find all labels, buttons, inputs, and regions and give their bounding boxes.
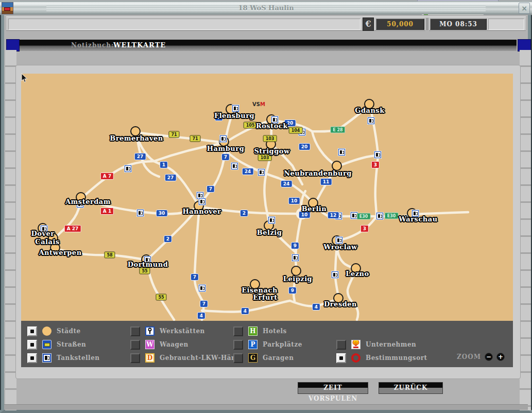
zoom-control: ZOOM − + — [457, 353, 505, 361]
zoom-label: ZOOM — [457, 353, 481, 360]
game-window: € 50,000 MO 08:53 Notizbuch: WELTKARTE 7… — [0, 15, 532, 413]
fuel-station-icon — [331, 271, 339, 279]
notebook-label: Notizbuch: — [71, 42, 114, 49]
city-label: Lezno — [346, 270, 369, 278]
city-label: Leipzig — [283, 275, 312, 283]
garagen-checkbox[interactable] — [233, 353, 243, 363]
road-sign: 24 — [242, 168, 254, 175]
tankstellen-checkbox[interactable] — [27, 353, 37, 363]
fuel-station-icon — [219, 135, 227, 143]
road-sign: 2 — [240, 210, 248, 217]
city-label: Belzig — [257, 229, 282, 236]
shell-logo-icon — [351, 340, 361, 349]
city-label: Eisenach — [242, 286, 278, 294]
road-sign: 104 — [289, 127, 303, 134]
road-sign: E30 — [385, 213, 399, 219]
road-sign: 9 — [288, 287, 297, 294]
road-sign: 7 — [200, 300, 208, 307]
road-sign: 2 — [164, 235, 172, 243]
zoom-in-button[interactable]: + — [496, 353, 505, 361]
werkstaetten-checkbox[interactable] — [130, 326, 140, 336]
road-sign: 7 — [191, 273, 199, 281]
world-map[interactable]: 7202072424112712773021010122977449471711… — [21, 74, 513, 321]
city-label: Warschau — [399, 215, 437, 223]
road-sign: A 7 — [100, 173, 114, 180]
parking-icon: P — [248, 340, 258, 349]
city-label: Flensburg — [214, 112, 254, 119]
currency-icon: € — [363, 18, 374, 31]
city-label: Rostock — [256, 122, 288, 130]
zoom-out-button[interactable]: − — [485, 353, 493, 361]
city-label: Neubrandenburg — [284, 169, 352, 177]
legend-item-strassen: Straßen — [27, 338, 86, 351]
fast-forward-time-button[interactable]: ZEIT VORSPULEN — [298, 382, 368, 394]
bottom-bar — [4, 404, 528, 410]
fuel-station-icon — [136, 209, 144, 217]
city-label: Wroclaw — [323, 243, 357, 251]
header-bar: Notizbuch: WELTKARTE — [20, 40, 517, 51]
staedte-checkbox[interactable] — [27, 326, 37, 336]
road-sign: 103 — [258, 154, 272, 161]
hud-strip: € 50,000 MO 08:53 — [6, 16, 526, 31]
city-label: Dresden — [324, 300, 357, 308]
strassen-checkbox[interactable] — [27, 340, 37, 350]
hud-separator — [425, 18, 429, 31]
fuel-station-icon — [124, 165, 132, 173]
hud-panel-right — [488, 19, 524, 30]
legend-item-gebraucht-lkw: D Gebraucht-LKW-Hän — [130, 351, 236, 365]
road-sign-icon — [42, 340, 52, 349]
road-sign: 10 — [288, 197, 300, 204]
city-icon — [42, 326, 52, 336]
road-sign: 30 — [156, 210, 168, 217]
fuel-station-icon — [258, 168, 265, 176]
fuel-station-icon — [198, 284, 206, 292]
legend-item-hotels: H Hotels — [233, 324, 287, 338]
dealer-icon: D — [145, 353, 155, 363]
map-legend: Städte Straßen Tankstellen — [21, 321, 513, 367]
cursor-label: VSM — [252, 101, 265, 107]
money-display: 50,000 — [376, 19, 424, 30]
road-sign: 4 — [241, 307, 249, 315]
back-button[interactable]: ZURÜCK — [379, 382, 443, 394]
road-sign: 11 — [320, 178, 332, 185]
city-label: Dortmund — [128, 261, 168, 268]
road-sign: A 1 — [100, 208, 114, 215]
road-sign: 27 — [165, 174, 177, 181]
notebook-rail-right — [520, 50, 531, 410]
page-title: WELTKARTE — [113, 41, 166, 49]
city-label: Berlin — [302, 205, 327, 213]
road-sign: 3 — [371, 161, 380, 168]
legend-item-bestimmungsort: Bestimmungsort — [336, 351, 427, 365]
window-title: 18 WoS Haulin — [0, 4, 532, 12]
road-sign: 3 — [361, 225, 369, 232]
fuel-station-icon — [374, 151, 382, 159]
road-sign: A 27 — [64, 225, 81, 232]
waagen-checkbox[interactable] — [130, 340, 140, 350]
hud-panel-left — [8, 19, 361, 30]
city-label: Hamburg — [207, 145, 244, 152]
garage-icon: G — [248, 353, 258, 363]
hotels-checkbox[interactable] — [233, 326, 243, 336]
road-sign: 27 — [134, 153, 146, 160]
unternehmen-checkbox[interactable] — [336, 340, 346, 350]
city-label: Antwerpen — [39, 249, 81, 256]
legend-item-werkstaetten: Werkstätten — [130, 324, 205, 338]
fuel-station-icon — [198, 198, 206, 205]
road-sign: E30 — [357, 213, 371, 220]
close-icon[interactable]: × — [519, 3, 530, 14]
road-sign: 12 — [328, 212, 339, 219]
parkplaetze-checkbox[interactable] — [233, 340, 243, 350]
city-label: Dover — [31, 230, 54, 237]
city-label: Erfurt — [253, 294, 278, 301]
bestimmungsort-checkbox[interactable] — [336, 353, 346, 363]
legend-item-garagen: G Garagen — [233, 351, 294, 365]
road-sign: 24 — [281, 180, 293, 187]
road-sign: 20 — [299, 143, 311, 150]
time-display: MO 08:53 — [430, 19, 487, 30]
fuel-station-icon — [376, 212, 384, 220]
city-label: Amsterdam — [65, 198, 111, 205]
road-sign: 9 — [291, 242, 299, 249]
gebraucht-lkw-checkbox[interactable] — [130, 353, 140, 363]
road-sign: 55 — [156, 294, 166, 301]
city-label: Calais — [35, 238, 59, 246]
